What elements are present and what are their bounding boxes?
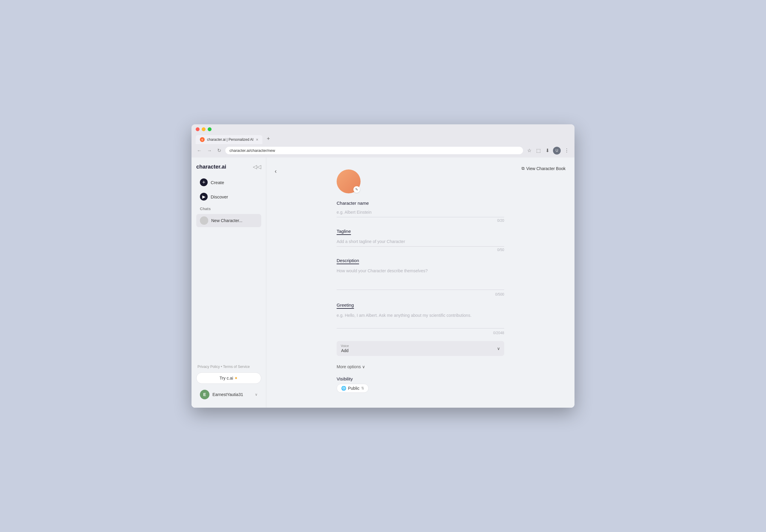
greeting-textarea[interactable] [337,311,504,328]
discover-nav-btn[interactable]: ▶ Discover [196,190,261,203]
voice-field: Voice Add ∨ [337,341,504,356]
sidebar: character.ai ◁◁ + Create ▶ Discover Chat… [192,158,266,408]
close-traffic-light[interactable] [196,127,200,131]
sidebar-header: character.ai ◁◁ [196,163,261,170]
sidebar-logo: character.ai [196,164,226,170]
chat-avatar [200,216,208,225]
create-icon: + [200,178,208,186]
user-menu-item[interactable]: E EarnestYautia31 ∨ [196,387,261,402]
privacy-policy-link[interactable]: Privacy Policy [198,365,220,369]
try-cai-btn[interactable]: Try c.ai ✦ [196,372,261,384]
tagline-field: Tagline 0/50 [337,229,504,252]
tagline-counter: 0/50 [337,248,504,252]
form-container: ✎ Character name 0/20 Tagline 0/50 [337,166,504,393]
more-options-chevron-icon: ∨ [362,364,365,369]
create-label: Create [211,180,224,185]
book-icon: ⧉ [521,166,524,171]
greeting-field: Greeting 0/2048 [337,302,504,335]
view-char-book-label: View Character Book [526,166,565,171]
main-content: ‹ ⧉ View Character Book ✎ Chara [266,158,574,408]
sidebar-collapse-btn[interactable]: ◁◁ [253,163,261,170]
user-avatar: E [200,390,210,399]
tab-favicon: c [200,137,205,142]
address-bar: ← → ↻ ☆ ⬚ ⬇ U ⋮ [192,144,574,158]
new-character-chat-item[interactable]: New Character... [196,214,261,227]
new-tab-btn[interactable]: + [264,134,273,144]
greeting-counter: 0/2048 [337,331,504,335]
active-tab[interactable]: c character.ai | Personalized AI × [196,135,263,144]
character-name-label: Character name [337,201,504,206]
footer-links: Privacy Policy • Terms of Service [196,365,261,369]
extensions-btn[interactable]: ⬚ [535,146,542,155]
visibility-value: Public [348,386,359,391]
avatar-edit-icon[interactable]: ✎ [353,186,360,193]
visibility-select-btn[interactable]: 🌐 Public ⇅ [337,384,369,393]
create-nav-btn[interactable]: + Create [196,176,261,189]
more-options-label: More options [337,364,361,369]
star-icon: ✦ [234,376,238,380]
download-btn[interactable]: ⬇ [544,146,550,155]
more-options-btn[interactable]: More options ∨ [337,362,365,372]
reload-btn[interactable]: ↻ [216,146,222,155]
greeting-label: Greeting [337,302,354,309]
terms-link[interactable]: Terms of Service [223,365,250,369]
maximize-traffic-light[interactable] [208,127,212,131]
voice-chevron-icon: ∨ [497,346,500,351]
globe-icon: 🌐 [341,386,346,391]
voice-value: Add [341,348,349,353]
character-name-field: Character name 0/20 [337,201,504,223]
description-field: Description 0/500 [337,258,504,296]
view-character-book-btn[interactable]: ⧉ View Character Book [521,166,565,171]
chats-section-label: Chats [196,205,261,213]
tab-close-btn[interactable]: × [256,137,258,142]
tagline-label: Tagline [337,229,351,235]
back-btn[interactable]: ‹ [272,166,279,176]
avatar-section: ✎ [337,169,504,193]
visibility-label: Visibility [337,376,504,381]
character-name-counter: 0/20 [337,218,504,223]
user-chevron-icon: ∨ [255,392,258,397]
forward-nav-btn[interactable]: → [206,147,213,155]
description-textarea[interactable] [337,266,504,290]
chat-item-label: New Character... [211,218,242,223]
description-label: Description [337,258,359,264]
try-btn-label: Try c.ai [220,376,233,380]
chrome-user-avatar[interactable]: U [553,147,561,155]
discover-icon: ▶ [200,193,208,201]
user-name: EarnestYautia31 [213,392,252,397]
visibility-field: Visibility 🌐 Public ⇅ [337,376,504,393]
tab-title: character.ai | Personalized AI [207,137,254,142]
tagline-input[interactable] [337,237,504,247]
bookmark-btn[interactable]: ☆ [526,146,532,155]
minimize-traffic-light[interactable] [202,127,206,131]
visibility-chevron-icon: ⇅ [361,386,364,390]
character-name-input[interactable] [337,207,504,217]
description-counter: 0/500 [337,292,504,296]
sidebar-footer: Privacy Policy • Terms of Service Try c.… [196,365,261,402]
discover-label: Discover [211,194,228,199]
chrome-menu-btn[interactable]: ⋮ [563,146,570,155]
back-nav-btn[interactable]: ← [196,147,203,155]
voice-label: Voice [341,344,349,348]
voice-dropdown-btn[interactable]: Voice Add ∨ [337,341,504,356]
address-input[interactable] [225,147,523,154]
